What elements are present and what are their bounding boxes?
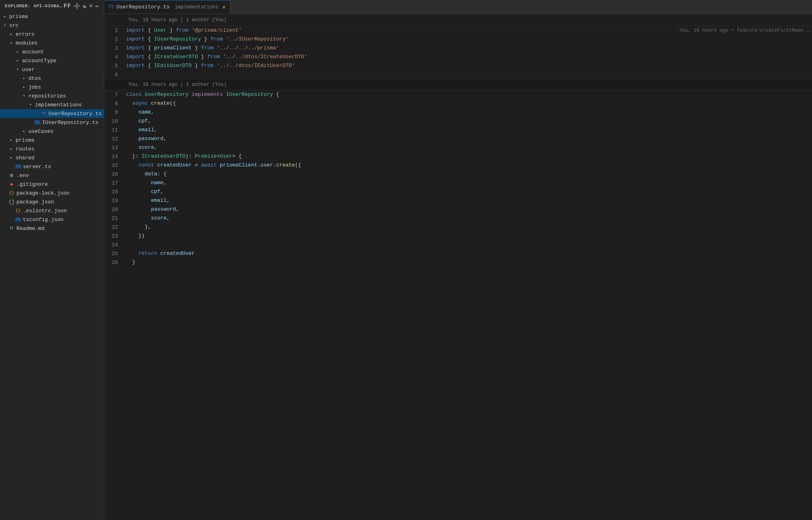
tree-item-.gitignore[interactable]: ◆ .gitignore — [0, 180, 104, 189]
line-number: 15 — [104, 162, 124, 169]
tree-item-.env[interactable]: ⚙ .env — [0, 171, 104, 180]
tree-label: errors — [16, 31, 34, 37]
tree-item-useCases[interactable]: ▸ useCases — [0, 127, 104, 136]
tree-item-prisma-root[interactable]: ▸ prisma — [0, 12, 104, 21]
tree-item-server.ts[interactable]: TS server.ts — [0, 162, 104, 171]
tree-item-dtos[interactable]: ▸ dtos — [0, 74, 104, 83]
code-content: import { ICreateUserDTO } from '../../dt… — [124, 53, 812, 61]
tree-item-jobs[interactable]: ▸ jobs — [0, 83, 104, 91]
line-number: 6 — [104, 72, 124, 78]
tree-label: .env — [16, 173, 29, 179]
line-number: 8 — [104, 101, 124, 107]
code-line: 21 score, — [104, 214, 812, 223]
collapse-icon[interactable]: ≡ — [89, 3, 93, 10]
tree-chevron: ▾ — [8, 41, 14, 45]
tree-label: useCases — [28, 128, 53, 134]
code-content: password, — [124, 205, 812, 214]
sidebar-header-actions: ﬀ ➕ ↻ ≡ ⋯ — [64, 3, 99, 10]
tree-item-.eslintrc.json[interactable]: {} .eslintrc.json — [0, 206, 104, 215]
code-line: 26 } — [104, 258, 812, 267]
tree-item-accountType[interactable]: ▸ accountType — [0, 56, 104, 65]
code-content: }: ICreateUserDTO): Promise<User> { — [124, 152, 812, 161]
tree-label: modules — [16, 40, 38, 46]
tree-chevron: ▸ — [8, 146, 14, 151]
tree-label: account — [22, 49, 44, 55]
code-line: 15 const createdUser = await prismaClien… — [104, 161, 812, 170]
line-number: 9 — [104, 110, 124, 116]
tree-item-routes[interactable]: ▸ routes — [0, 144, 104, 153]
tree-item-modules[interactable]: ▾ modules — [0, 39, 104, 47]
tree-chevron: ▾ — [21, 93, 27, 98]
code-line: 6 — [104, 70, 812, 79]
code-line: 23 }) — [104, 232, 812, 240]
tree-icon: {} — [8, 199, 15, 205]
code-content: } — [124, 258, 812, 267]
code-line: 22 }, — [104, 223, 812, 232]
code-content: async create({ — [124, 99, 812, 108]
tree-item-package-lock.json[interactable]: {} package-lock.json — [0, 189, 104, 197]
code-content: import { IEditUserDTO } from '../../dtos… — [124, 61, 812, 70]
tree-chevron: ▾ — [14, 67, 21, 72]
code-content: email, — [124, 126, 812, 134]
tab-bar: TS UserRepository.ts implementations ✕ — [104, 0, 812, 14]
tree-item-user[interactable]: ▾ user — [0, 65, 104, 74]
tree-item-IUserRepository.ts[interactable]: TS IUserRepository.ts — [0, 118, 104, 127]
tree-icon: ◆ — [8, 181, 15, 187]
tree-chevron: ▾ — [27, 102, 34, 107]
tree-item-account[interactable]: ▸ account — [0, 47, 104, 56]
tab-context: implementations — [172, 4, 218, 10]
tree-item-prisma-nested[interactable]: ▸ prisma — [0, 136, 104, 144]
code-line: 10 cpf, — [104, 117, 812, 126]
code-line: 5 import { IEditUserDTO } from '../../dt… — [104, 61, 812, 70]
new-folder-icon[interactable]: ➕ — [73, 3, 81, 10]
sidebar: Explorer: API-DIOBANK [WSL: U... ﬀ ➕ ↻ ≡… — [0, 0, 104, 520]
tree-icon: TS — [40, 112, 47, 116]
tree-label: UserRepository.ts — [49, 111, 102, 117]
sidebar-title: Explorer: API-DIOBANK [WSL: U... — [5, 4, 64, 8]
more-options-icon[interactable]: ⋯ — [95, 3, 99, 10]
tree-label: jobs — [28, 84, 41, 90]
refresh-icon[interactable]: ↻ — [83, 3, 87, 10]
code-lines: 1 import { User } from '@prisma/client' … — [104, 26, 812, 267]
tree-chevron: ▸ — [8, 138, 14, 142]
line-number: 12 — [104, 136, 124, 142]
tree-item-src-root[interactable]: ▾ src — [0, 21, 104, 30]
tree-chevron: ▸ — [21, 129, 27, 134]
tree-label: routes — [16, 146, 34, 152]
tree-item-UserRepository.ts[interactable]: TS UserRepository.ts — [0, 109, 104, 118]
line-number: 24 — [104, 242, 124, 248]
line-number: 5 — [104, 63, 124, 69]
new-file-icon[interactable]: ﬀ — [64, 3, 71, 10]
code-line: 25 return createdUser — [104, 249, 812, 258]
tree-icon: {} — [8, 191, 15, 195]
tree-item-tsconfig.json[interactable]: TS tsconfig.json — [0, 215, 104, 224]
file-tree: ▸ prisma ▾ src ▸ errors ▾ modules ▸ acco… — [0, 12, 104, 233]
tree-item-shared[interactable]: ▸ shared — [0, 153, 104, 162]
tree-item-errors[interactable]: ▸ errors — [0, 30, 104, 39]
tree-label: accountType — [22, 58, 57, 64]
tab-userrepository[interactable]: TS UserRepository.ts implementations ✕ — [104, 0, 230, 14]
editor-content[interactable]: You, 16 hours ago | 1 author (You) 1 imp… — [104, 14, 812, 520]
tree-label: user — [22, 67, 34, 73]
tab-filename: UserRepository.ts — [116, 4, 170, 10]
tab-close-button[interactable]: ✕ — [222, 4, 225, 10]
tree-chevron: ▸ — [21, 76, 27, 81]
code-line: 9 name, — [104, 108, 812, 117]
line-number: 22 — [104, 224, 124, 230]
line-number: 26 — [104, 260, 124, 266]
code-line: 17 name, — [104, 179, 812, 187]
code-line: 16 data: { — [104, 170, 812, 179]
code-content: name, — [124, 179, 812, 187]
tree-item-Readme.md[interactable]: M Readme.md — [0, 224, 104, 233]
tree-item-implementations[interactable]: ▾ implementations — [0, 100, 104, 109]
line-number: 25 — [104, 251, 124, 257]
tree-label: tsconfig.json — [23, 217, 63, 223]
tree-item-repositories[interactable]: ▾ repositories — [0, 91, 104, 100]
git-blame-inline: You, 16 hours ago • feature/createFirstR… — [679, 28, 812, 33]
code-content: import { User } from '@prisma/client' — [124, 26, 671, 35]
line-number: 19 — [104, 198, 124, 204]
tree-chevron: ▸ — [8, 32, 14, 37]
git-blame-header-top: You, 16 hours ago | 1 author (You) — [104, 14, 812, 26]
tree-label: implementations — [35, 102, 82, 108]
tree-item-package.json[interactable]: {} package.json — [0, 197, 104, 206]
